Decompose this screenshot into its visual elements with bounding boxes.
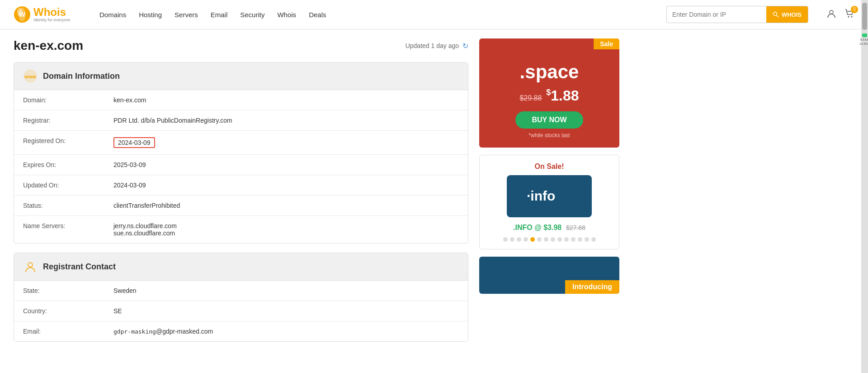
on-sale-label: On Sale! — [487, 163, 612, 171]
dot-8[interactable] — [557, 237, 562, 242]
logo-icon: W — [14, 6, 31, 23]
dot-7[interactable] — [551, 237, 555, 242]
dot-2[interactable] — [517, 237, 521, 242]
nav-hosting[interactable]: Hosting — [139, 11, 162, 19]
www-icon: WWW — [23, 69, 38, 83]
field-label: Country: — [14, 301, 104, 321]
email-suffix: @gdpr-masked.com — [156, 328, 213, 335]
scroll-indicators: 9.6 k/s 14.6 k/s — [859, 33, 868, 45]
dot-10[interactable] — [571, 237, 576, 242]
domain-info-table: Domain: ken-ex.com Registrar: PDR Ltd. d… — [14, 90, 468, 243]
registrant-table: State: Sweden Country: SE Email: gdpr-ma… — [14, 281, 468, 341]
registrant-title: Registrant Contact — [43, 262, 116, 272]
stocks-note: *while stocks last — [488, 132, 610, 139]
page-title-row: ken-ex.com Updated 1 day ago ↻ — [14, 38, 468, 53]
registrant-header: Registrant Contact — [14, 253, 468, 281]
table-row: Email: gdpr-masking@gdpr-masked.com — [14, 321, 468, 342]
sale-badge: Sale — [594, 38, 619, 49]
info-price-new: .INFO @ $3.98 — [513, 224, 561, 231]
info-logo-svg: ·info — [518, 183, 581, 208]
nav-email[interactable]: Email — [211, 11, 228, 19]
dot-13[interactable] — [591, 237, 596, 242]
field-value: 2024-03-09 — [104, 175, 468, 196]
person-icon — [23, 259, 38, 274]
field-label: Expires On: — [14, 155, 104, 175]
speed1: 9.6 — [860, 38, 865, 41]
field-label: Registrar: — [14, 110, 104, 131]
scrollbar[interactable]: 9.6 k/s 14.6 k/s — [861, 0, 868, 360]
svg-point-11 — [28, 263, 33, 267]
field-value: clientTransferProhibited — [104, 196, 468, 216]
search-input[interactable] — [667, 11, 766, 18]
cart-icon[interactable]: 0 — [844, 9, 854, 21]
table-row: Status: clientTransferProhibited — [14, 196, 468, 216]
nav-deals[interactable]: Deals — [309, 11, 326, 19]
table-row: Name Servers: jerry.ns.cloudflare.comsue… — [14, 216, 468, 244]
dot-4[interactable] — [530, 237, 535, 242]
field-label: Name Servers: — [14, 216, 104, 244]
email-prefix: gdpr-masking — [113, 328, 156, 335]
dot-5[interactable] — [537, 237, 542, 242]
refresh-icon[interactable]: ↻ — [462, 42, 468, 50]
scroll-thumb — [862, 3, 867, 30]
dot-3[interactable] — [524, 237, 528, 242]
header-icons: 0 — [826, 9, 854, 21]
nav-domains[interactable]: Domains — [99, 11, 126, 19]
table-row: Country: SE — [14, 301, 468, 321]
logo-name: Whois — [33, 7, 71, 18]
updated-info: Updated 1 day ago ↻ — [406, 42, 468, 50]
svg-text:W: W — [19, 11, 25, 18]
dot-9[interactable] — [564, 237, 569, 242]
field-value: PDR Ltd. d/b/a PublicDomainRegistry.com — [104, 110, 468, 131]
domain-info-card: WWW Domain Information Domain: ken-ex.co… — [14, 62, 468, 244]
registrant-card: Registrant Contact State: Sweden Country… — [14, 253, 468, 342]
cart-badge: 0 — [851, 6, 858, 13]
field-value: 2025-03-09 — [104, 155, 468, 175]
info-price-row: .INFO @ $3.98 $27.88 — [487, 224, 612, 232]
logo[interactable]: W Whois Identity for everyone — [14, 6, 86, 23]
main-nav: Domains Hosting Servers Email Security W… — [99, 11, 653, 19]
field-label: Updated On: — [14, 175, 104, 196]
registered-on-date: 2024-03-09 — [113, 137, 155, 148]
info-price-old: $27.88 — [566, 224, 585, 231]
domain-extension: .space — [488, 61, 610, 83]
field-value: Sweden — [104, 281, 468, 301]
table-row: Domain: ken-ex.com — [14, 90, 468, 110]
ad-space-sale: Sale .space $29.88 $1.88 BUY NOW *while … — [479, 38, 619, 148]
dot-1[interactable] — [510, 237, 514, 242]
user-avatar-icon — [826, 9, 836, 19]
search-icon — [773, 11, 779, 18]
domain-info-title: Domain Information — [43, 72, 120, 81]
speed2: 14.6 — [859, 42, 866, 45]
ad-info-sale: On Sale! ·info .INFO @ $3.98 $27.88 — [479, 155, 619, 249]
domain-info-header: WWW Domain Information — [14, 62, 468, 90]
dot-12[interactable] — [585, 237, 589, 242]
table-row: State: Sweden — [14, 281, 468, 301]
nav-whois[interactable]: Whois — [277, 11, 296, 19]
svg-text:·info: ·info — [527, 188, 555, 203]
speed1-unit: k/s — [865, 38, 868, 41]
dot-0[interactable] — [503, 237, 508, 242]
price-new: $1.88 — [546, 87, 579, 104]
dot-6[interactable] — [544, 237, 548, 242]
field-value: gdpr-masking@gdpr-masked.com — [104, 321, 468, 342]
dot-11[interactable] — [578, 237, 582, 242]
user-icon[interactable] — [826, 9, 836, 21]
field-label: Domain: — [14, 90, 104, 110]
table-row: Updated On: 2024-03-09 — [14, 175, 468, 196]
field-value: SE — [104, 301, 468, 321]
field-label: Status: — [14, 196, 104, 216]
updated-label: Updated 1 day ago — [406, 42, 459, 49]
nav-security[interactable]: Security — [240, 11, 264, 19]
svg-point-4 — [773, 12, 777, 16]
nav-servers[interactable]: Servers — [175, 11, 198, 19]
introducing-badge: Introducing — [565, 280, 619, 294]
field-label: State: — [14, 281, 104, 301]
field-value: jerry.ns.cloudflare.comsue.ns.cloudflare… — [104, 216, 468, 244]
sidebar: Sale .space $29.88 $1.88 BUY NOW *while … — [479, 38, 619, 351]
speed2-unit: k/s — [866, 42, 868, 45]
field-value: 2024-03-09 — [104, 131, 468, 155]
price-row: $29.88 $1.88 — [488, 87, 610, 104]
buy-now-button[interactable]: BUY NOW — [515, 111, 583, 129]
search-button[interactable]: WHOIS — [766, 6, 808, 23]
